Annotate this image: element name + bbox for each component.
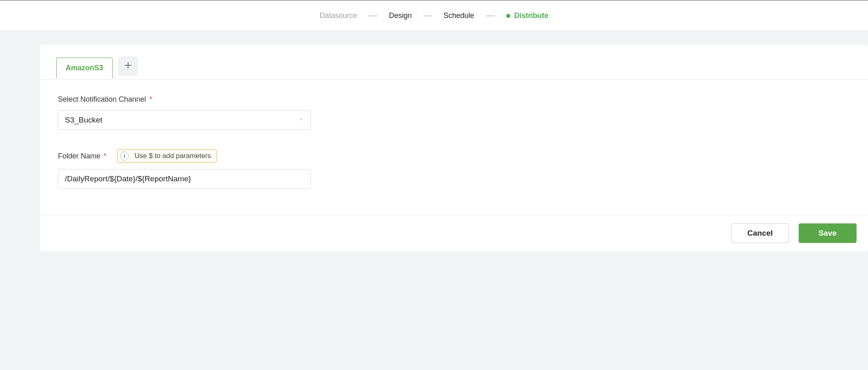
breadcrumb-schedule[interactable]: Schedule <box>442 11 476 20</box>
distribute-panel: AmazonS3 Select Notification Channel * S… <box>40 45 868 251</box>
breadcrumb-separator-icon <box>368 16 377 16</box>
breadcrumb-design[interactable]: Design <box>387 11 413 20</box>
breadcrumb-datasource[interactable]: Datasource <box>318 11 359 20</box>
channel-select-value: S3_Bucket <box>58 110 311 130</box>
breadcrumb-separator-icon <box>423 16 432 16</box>
channel-select[interactable]: S3_Bucket <box>58 110 311 130</box>
breadcrumb: Datasource Design Schedule Distribute <box>0 0 868 31</box>
cancel-button[interactable]: Cancel <box>731 223 788 243</box>
active-step-dot-icon <box>506 14 510 18</box>
form-area: Select Notification Channel * S3_Bucket … <box>40 80 868 215</box>
plus-icon <box>124 61 133 71</box>
footer-actions: Cancel Save <box>40 215 868 251</box>
folder-hint-text: Use $ to add parameters <box>135 152 211 160</box>
required-asterisk-icon: * <box>149 95 152 104</box>
add-tab-button[interactable] <box>118 56 138 76</box>
channel-label-text: Select Notification Channel <box>58 95 146 104</box>
folder-name-input[interactable] <box>58 169 311 189</box>
breadcrumb-distribute[interactable]: Distribute <box>505 11 550 20</box>
tabs-bar: AmazonS3 <box>40 45 868 80</box>
folder-label: Folder Name * i Use $ to add parameters <box>58 149 850 163</box>
tab-amazons3[interactable]: AmazonS3 <box>56 58 113 78</box>
folder-hint: i Use $ to add parameters <box>117 149 217 163</box>
info-icon: i <box>120 152 129 160</box>
breadcrumb-separator-icon <box>486 16 495 16</box>
breadcrumb-distribute-label: Distribute <box>514 11 549 20</box>
save-button[interactable]: Save <box>799 223 857 243</box>
folder-label-text: Folder Name <box>58 152 100 160</box>
required-asterisk-icon: * <box>104 152 106 160</box>
channel-label: Select Notification Channel * <box>58 95 850 104</box>
